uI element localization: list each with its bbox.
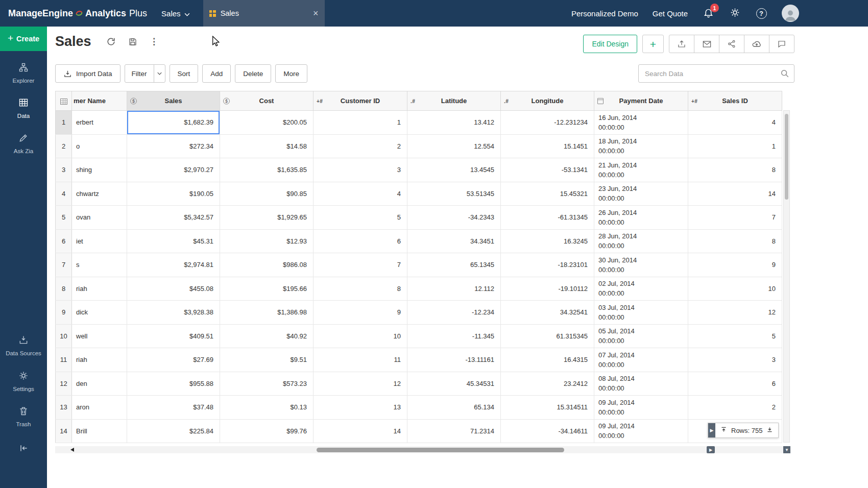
cell-sales-id[interactable]: 8 [688,229,782,253]
cell-customer-name[interactable]: dick [72,301,127,325]
column-header-customer-id[interactable]: +#Customer ID [314,91,407,111]
row-number[interactable]: 1 [56,111,72,135]
scroll-right-button[interactable]: ▶ [707,446,715,453]
cell-cost[interactable]: $40.92 [220,324,314,348]
sidebar-item-settings[interactable]: Settings [0,369,47,395]
cell-cost[interactable]: $12.93 [220,229,314,253]
get-quote-link[interactable]: Get Quote [653,9,688,18]
save-button[interactable] [127,36,138,47]
cell-cost[interactable]: $986.08 [220,253,314,277]
column-header-sales-id[interactable]: +#Sales ID [688,91,782,111]
cell-latitude[interactable]: 65.1345 [407,253,501,277]
help-button[interactable]: ? [755,7,767,19]
scroll-left-icon[interactable] [70,448,74,452]
row-number[interactable]: 2 [56,134,72,158]
cell-latitude[interactable]: 13.4545 [407,158,501,182]
tab-sales[interactable]: Sales × [203,0,325,27]
comment-button[interactable] [769,35,794,53]
cell-customer-name[interactable]: iet [72,229,127,253]
cell-cost[interactable]: $195.66 [220,277,314,301]
column-header-longitude[interactable]: .#Longitude [501,91,594,111]
cell-customer-name[interactable]: Brill [72,419,127,443]
row-number-header[interactable] [56,91,72,111]
cell-customer-id[interactable]: 4 [314,182,407,206]
cell-customer-id[interactable]: 13 [314,396,407,420]
cell-cost[interactable]: $1,386.98 [220,301,314,325]
sidebar-item-ask-zia[interactable]: Ask Zia [0,131,47,157]
cell-longitude[interactable]: -34.14611 [501,419,594,443]
cell-customer-id[interactable]: 12 [314,372,407,396]
cell-longitude[interactable]: -18.23101 [501,253,594,277]
column-header-cost[interactable]: $Cost [220,91,314,111]
sidebar-item-explorer[interactable]: Explorer [0,60,47,86]
cell-longitude[interactable]: -61.31345 [501,206,594,230]
email-button[interactable] [694,35,719,53]
cell-cost[interactable]: $200.05 [220,111,314,135]
edit-design-button[interactable]: Edit Design [583,35,637,53]
cell-payment-date[interactable]: 28 Jun, 201400:00:00 [594,229,688,253]
cell-sales-id[interactable]: 4 [688,111,782,135]
cell-sales[interactable]: $955.88 [127,372,220,396]
add-button[interactable]: Add [202,64,231,83]
cell-customer-name[interactable]: ovan [72,206,127,230]
row-number[interactable]: 8 [56,277,72,301]
cell-customer-name[interactable]: s [72,253,127,277]
sidebar-item-data[interactable]: Data [0,95,47,121]
cell-sales[interactable]: $2,970.27 [127,158,220,182]
cell-latitude[interactable]: -11.345 [407,324,501,348]
cell-payment-date[interactable]: 18 Jun, 201400:00:00 [594,134,688,158]
cell-longitude[interactable]: 34.32541 [501,301,594,325]
cell-sales[interactable]: $45.31 [127,229,220,253]
cell-payment-date[interactable]: 08 Jul, 201400:00:00 [594,372,688,396]
workspace-switcher[interactable]: Sales [161,9,190,18]
row-number[interactable]: 9 [56,301,72,325]
publish-button[interactable] [744,35,769,53]
cell-cost[interactable]: $0.13 [220,396,314,420]
cell-sales[interactable]: $455.08 [127,277,220,301]
export-button[interactable] [669,35,694,53]
cell-customer-name[interactable]: riah [72,277,127,301]
row-number[interactable]: 10 [56,324,72,348]
row-number[interactable]: 7 [56,253,72,277]
cell-sales-id[interactable]: 5 [688,324,782,348]
cell-latitude[interactable]: 71.2314 [407,419,501,443]
cell-payment-date[interactable]: 23 Jun, 201400:00:00 [594,182,688,206]
cell-sales-id[interactable]: 2 [688,396,782,420]
share-button[interactable] [719,35,744,53]
cell-payment-date[interactable]: 09 Jul, 201400:00:00 [594,419,688,443]
cell-sales-id[interactable]: 1 [688,134,782,158]
cell-customer-name[interactable]: aron [72,396,127,420]
cell-cost[interactable]: $90.85 [220,182,314,206]
settings-gear-button[interactable] [729,7,741,19]
cell-customer-name[interactable]: shing [72,158,127,182]
cell-payment-date[interactable]: 03 Jul, 201400:00:00 [594,301,688,325]
create-button[interactable]: + Create [0,27,47,51]
cell-longitude[interactable]: -19.10112 [501,277,594,301]
cell-latitude[interactable]: -34.2343 [407,206,501,230]
delete-button[interactable]: Delete [235,64,271,83]
collapse-sidebar-button[interactable] [0,443,47,455]
cell-longitude[interactable]: 15.1451 [501,134,594,158]
filter-dropdown-button[interactable] [154,65,165,82]
cell-payment-date[interactable]: 09 Jul, 201400:00:00 [594,396,688,420]
search-input[interactable] [639,65,794,82]
cell-latitude[interactable]: 65.134 [407,396,501,420]
cell-sales[interactable]: $27.69 [127,348,220,372]
cell-customer-id[interactable]: 2 [314,134,407,158]
cell-payment-date[interactable]: 07 Jul, 201400:00:00 [594,348,688,372]
add-new-button[interactable]: + [642,35,664,53]
cell-sales-id[interactable]: 6 [688,372,782,396]
cell-longitude[interactable]: 15.314511 [501,396,594,420]
cell-customer-name[interactable]: den [72,372,127,396]
vertical-scrollbar[interactable] [783,110,790,443]
cell-cost[interactable]: $573.23 [220,372,314,396]
more-options-button[interactable]: ⋮ [149,36,160,47]
cell-cost[interactable]: $14.58 [220,134,314,158]
cell-cost[interactable]: $99.76 [220,419,314,443]
cell-sales-id[interactable]: 12 [688,301,782,325]
row-number[interactable]: 3 [56,158,72,182]
refresh-button[interactable] [106,36,117,47]
column-header-sales[interactable]: $Sales [127,91,220,111]
cell-customer-id[interactable]: 9 [314,301,407,325]
cell-latitude[interactable]: -12.234 [407,301,501,325]
